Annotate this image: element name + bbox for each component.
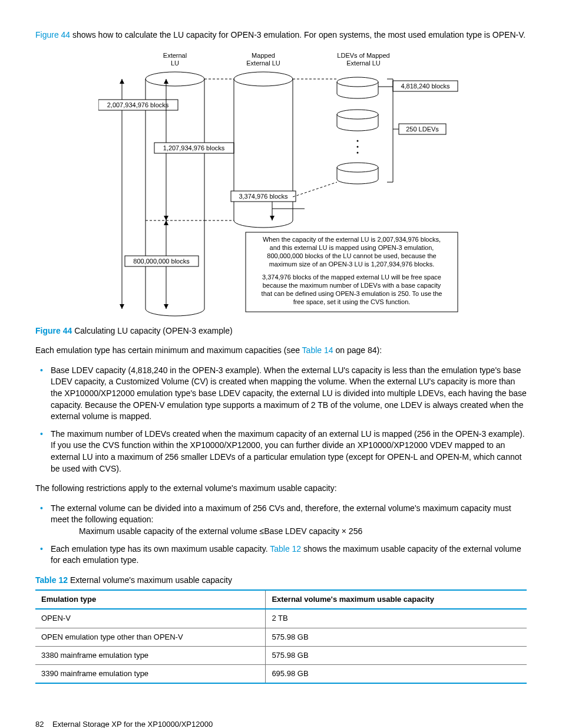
cell: 695.98 GB — [266, 665, 527, 684]
svg-text:LDEVs of Mapped: LDEVs of Mapped — [337, 52, 389, 59]
cell: 575.98 GB — [266, 628, 527, 646]
svg-text:800,000,000 blocks: 800,000,000 blocks — [133, 258, 190, 265]
svg-text:800,000,000 blocks of the LU c: 800,000,000 blocks of the LU cannot be u… — [267, 252, 436, 259]
table-row: OPEN-V 2 TB — [35, 609, 527, 628]
svg-point-41 — [357, 140, 359, 141]
svg-text:and this external LU is mapped: and this external LU is mapped using OPE… — [270, 244, 434, 251]
cell: OPEN-V — [35, 609, 266, 628]
svg-text:250 LDEVs: 250 LDEVs — [406, 126, 439, 133]
table-row: 3390 mainframe emulation type 695.98 GB — [35, 665, 527, 684]
page-footer: 82 External Storage XP for the XP10000/X… — [35, 719, 527, 728]
cell: 3390 mainframe emulation type — [35, 665, 266, 684]
restrictions-bullet-list: The external volume can be divided into … — [35, 503, 527, 566]
svg-point-38 — [337, 110, 378, 119]
figure-44-link[interactable]: Figure 44 — [35, 30, 70, 39]
intro-text: shows how to calculate the LU capacity f… — [70, 30, 525, 39]
table-12-link[interactable]: Table 12 — [270, 544, 301, 554]
svg-text:External: External — [163, 52, 187, 59]
svg-point-44 — [337, 163, 378, 172]
col-emulation-type: Emulation type — [35, 590, 266, 609]
table-header-row: Emulation type External volume's maximum… — [35, 590, 527, 609]
svg-point-35 — [337, 77, 378, 87]
footer-title: External Storage XP for the XP10000/XP12… — [52, 720, 213, 728]
svg-point-43 — [357, 151, 359, 153]
svg-marker-31 — [270, 216, 275, 220]
col-max-capacity: External volume's maximum usable capacit… — [266, 590, 527, 609]
equation-text: Maximum usable capacity of the external … — [79, 526, 527, 538]
text: on page 84): — [333, 345, 382, 355]
table-caption-text: External volume's maximum usable capacit… — [68, 575, 232, 585]
text: Each emulation type has certain minimum … — [35, 345, 302, 355]
svg-text:Mapped: Mapped — [252, 52, 275, 59]
svg-line-55 — [293, 182, 337, 197]
capacity-bullet-list: Base LDEV capacity (4,818,240 in the OPE… — [35, 365, 527, 475]
intro-paragraph: Figure 44 shows how to calculate the LU … — [35, 29, 527, 41]
each-emulation-paragraph: Each emulation type has certain minimum … — [35, 345, 527, 357]
figure-44-diagram: External LU Mapped External LU LDEVs of … — [35, 50, 527, 321]
figure-caption-text: Calculating LU capacity (OPEN-3 example) — [72, 326, 232, 335]
svg-text:2,007,934,976 blocks: 2,007,934,976 blocks — [107, 101, 169, 108]
svg-text:because the maximum number of : because the maximum number of LDEVs with… — [263, 282, 441, 289]
svg-marker-17 — [164, 216, 168, 220]
svg-point-42 — [357, 146, 359, 147]
svg-text:that can be defined using OPEN: that can be defined using OPEN-3 emulati… — [262, 290, 442, 297]
svg-text:4,818,240 blocks: 4,818,240 blocks — [401, 83, 450, 90]
svg-text:External LU: External LU — [246, 60, 280, 67]
svg-text:free space, set it using the C: free space, set it using the CVS functio… — [293, 298, 411, 305]
svg-marker-12 — [120, 304, 124, 309]
list-item: The external volume can be divided into … — [51, 503, 527, 538]
svg-text:3,374,976 blocks: 3,374,976 blocks — [239, 193, 288, 200]
list-item: Each emulation type has its own maximum … — [51, 543, 527, 566]
table-12-caption: Table 12 External volume's maximum usabl… — [35, 575, 527, 587]
figure-number: Figure 44 — [35, 326, 72, 335]
cell: 575.98 GB — [266, 646, 527, 664]
table-row: OPEN emulation type other than OPEN-V 57… — [35, 628, 527, 646]
svg-text:1,207,934,976 blocks: 1,207,934,976 blocks — [163, 144, 225, 151]
figure-44-caption: Figure 44 Calculating LU capacity (OPEN-… — [35, 325, 527, 337]
svg-point-6 — [146, 72, 204, 86]
cell: 3380 mainframe emulation type — [35, 646, 266, 664]
table-number: Table 12 — [35, 575, 68, 585]
svg-text:When the capacity of the exter: When the capacity of the external LU is … — [263, 236, 441, 243]
restrictions-paragraph: The following restrictions apply to the … — [35, 483, 527, 495]
svg-marker-21 — [164, 220, 168, 225]
cell: OPEN emulation type other than OPEN-V — [35, 628, 266, 646]
capacity-table: Emulation type External volume's maximum… — [35, 589, 527, 684]
list-item: Base LDEV capacity (4,818,240 in the OPE… — [51, 365, 527, 423]
svg-text:External LU: External LU — [346, 60, 381, 67]
svg-text:LU: LU — [171, 60, 179, 67]
table-14-link[interactable]: Table 14 — [302, 345, 333, 355]
svg-marker-22 — [164, 304, 168, 309]
table-row: 3380 mainframe emulation type 575.98 GB — [35, 646, 527, 664]
svg-marker-11 — [120, 79, 124, 84]
svg-text:maximum size of an OPEN-3 LU i: maximum size of an OPEN-3 LU is 1,207,93… — [269, 261, 435, 268]
page-number: 82 — [35, 720, 44, 728]
text: The external volume can be divided into … — [51, 503, 511, 525]
list-item: The maximum number of LDEVs created when… — [51, 429, 527, 475]
svg-text:3,374,976 blocks of the mapped: 3,374,976 blocks of the mapped external … — [262, 274, 441, 281]
svg-point-25 — [234, 72, 293, 86]
text: Each emulation type has its own maximum … — [51, 544, 270, 554]
cell: 2 TB — [266, 609, 527, 628]
